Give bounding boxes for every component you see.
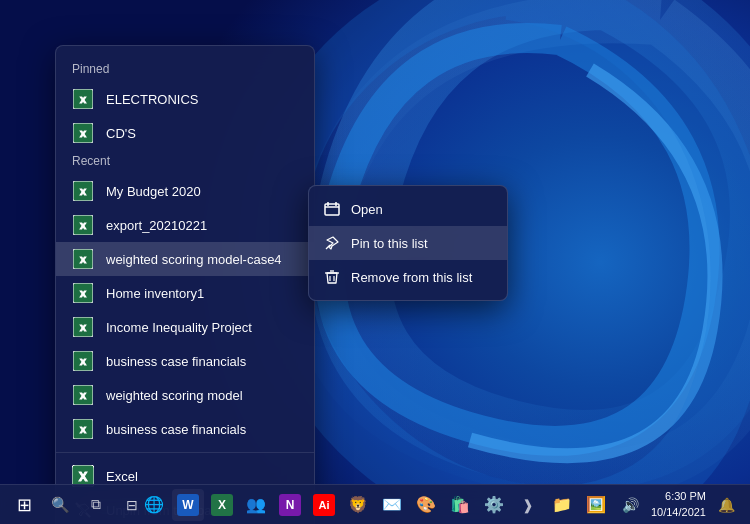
excel-file-icon: x bbox=[73, 351, 93, 371]
excel-file-icon: x bbox=[73, 123, 93, 143]
svg-text:x: x bbox=[80, 287, 87, 299]
svg-text:x: x bbox=[80, 423, 87, 435]
excel-icon: x bbox=[72, 384, 94, 406]
excel-icon: x bbox=[72, 122, 94, 144]
edge-taskbar-icon[interactable]: 🌐 bbox=[138, 489, 170, 521]
pin-icon bbox=[323, 234, 341, 252]
date-display: 10/14/2021 bbox=[651, 505, 706, 520]
extra-taskbar-icon-3[interactable]: 🖼️ bbox=[580, 489, 612, 521]
recent-label: Recent bbox=[56, 150, 314, 174]
svg-text:x: x bbox=[80, 219, 87, 231]
item-label: ELECTRONICS bbox=[106, 92, 198, 107]
list-item[interactable]: x weighted scoring model bbox=[56, 378, 314, 412]
volume-icon[interactable]: 🔊 bbox=[615, 489, 647, 521]
open-icon bbox=[323, 200, 341, 218]
item-label: Excel bbox=[106, 469, 138, 484]
svg-text:x: x bbox=[80, 355, 87, 367]
context-menu: Open Pin to this list Remove from this l… bbox=[308, 185, 508, 301]
extra-taskbar-icon-2[interactable]: 📁 bbox=[546, 489, 578, 521]
brave-taskbar-icon[interactable]: 🦁 bbox=[342, 489, 374, 521]
excel-icon: x bbox=[72, 418, 94, 440]
settings-taskbar-icon[interactable]: ⚙️ bbox=[478, 489, 510, 521]
trash-icon bbox=[323, 268, 341, 286]
list-item[interactable]: x ELECTRONICS bbox=[56, 82, 314, 116]
excel-file-icon: x bbox=[73, 317, 93, 337]
context-label: Remove from this list bbox=[351, 270, 472, 285]
item-label: business case financials bbox=[106, 354, 246, 369]
svg-text:x: x bbox=[80, 389, 87, 401]
excel-icon: x bbox=[72, 282, 94, 304]
app-list-panel: Pinned x ELECTRONICS x CD'S Recent x My … bbox=[55, 45, 315, 524]
list-item[interactable]: x Home inventory1 bbox=[56, 276, 314, 310]
svg-text:X: X bbox=[79, 469, 88, 484]
item-label: Home inventory1 bbox=[106, 286, 204, 301]
time-display: 6:30 PM bbox=[651, 489, 706, 504]
context-menu-pin[interactable]: Pin to this list bbox=[309, 226, 507, 260]
task-view-button[interactable]: ⧉ bbox=[80, 489, 112, 521]
list-item[interactable]: x CD'S bbox=[56, 116, 314, 150]
item-label: My Budget 2020 bbox=[106, 184, 201, 199]
item-label: CD'S bbox=[106, 126, 136, 141]
word-taskbar-icon[interactable]: W bbox=[172, 489, 204, 521]
item-label: Income Inequality Project bbox=[106, 320, 252, 335]
excel-file-icon: x bbox=[73, 283, 93, 303]
excel-icon: x bbox=[72, 350, 94, 372]
item-label: weighted scoring model-case4 bbox=[106, 252, 282, 267]
svg-rect-24 bbox=[325, 204, 339, 215]
taskbar-left: ⊞ 🔍 ⧉ ⊟ bbox=[8, 489, 148, 521]
svg-text:x: x bbox=[80, 93, 87, 105]
excel-file-icon: x bbox=[73, 385, 93, 405]
notification-icon[interactable]: 🔔 bbox=[710, 489, 742, 521]
mail-taskbar-icon[interactable]: ✉️ bbox=[376, 489, 408, 521]
excel-icon: x bbox=[72, 180, 94, 202]
teams-taskbar-icon[interactable]: 👥 bbox=[240, 489, 272, 521]
list-item[interactable]: x weighted scoring model-case4 bbox=[56, 242, 314, 276]
svg-text:x: x bbox=[80, 253, 87, 265]
store-taskbar-icon[interactable]: 🛍️ bbox=[444, 489, 476, 521]
excel-icon: x bbox=[72, 248, 94, 270]
context-label: Open bbox=[351, 202, 383, 217]
taskbar: ⊞ 🔍 ⧉ ⊟ 🌐 W X 👥 N Ai 🦁 bbox=[0, 484, 750, 524]
excel-file-icon: x bbox=[73, 215, 93, 235]
svg-text:x: x bbox=[80, 321, 87, 333]
onenote-taskbar-icon[interactable]: N bbox=[274, 489, 306, 521]
divider bbox=[56, 452, 314, 453]
item-label: weighted scoring model bbox=[106, 388, 243, 403]
list-item[interactable]: x My Budget 2020 bbox=[56, 174, 314, 208]
context-menu-remove[interactable]: Remove from this list bbox=[309, 260, 507, 294]
extra-taskbar-icon-1[interactable]: ❱ bbox=[512, 489, 544, 521]
list-item[interactable]: x Income Inequality Project bbox=[56, 310, 314, 344]
excel-icon: x bbox=[72, 88, 94, 110]
taskbar-center: 🌐 W X 👥 N Ai 🦁 ✉️ 🎨 🛍️ ⚙️ ❱ 📁 🖼️ bbox=[138, 489, 612, 521]
svg-text:x: x bbox=[80, 127, 87, 139]
list-item[interactable]: x export_20210221 bbox=[56, 208, 314, 242]
excel-file-icon: x bbox=[73, 249, 93, 269]
adobe-taskbar-icon[interactable]: Ai bbox=[308, 489, 340, 521]
search-taskbar-button[interactable]: 🔍 bbox=[44, 489, 76, 521]
excel-taskbar-icon[interactable]: X bbox=[206, 489, 238, 521]
excel-icon: x bbox=[72, 214, 94, 236]
excel-file-icon: x bbox=[73, 89, 93, 109]
color-picker-taskbar-icon[interactable]: 🎨 bbox=[410, 489, 442, 521]
item-label: business case financials bbox=[106, 422, 246, 437]
context-label: Pin to this list bbox=[351, 236, 428, 251]
context-menu-open[interactable]: Open bbox=[309, 192, 507, 226]
item-label: export_20210221 bbox=[106, 218, 207, 233]
list-item[interactable]: x business case financials bbox=[56, 412, 314, 446]
clock-display[interactable]: 6:30 PM 10/14/2021 bbox=[651, 489, 706, 520]
pinned-label: Pinned bbox=[56, 58, 314, 82]
excel-icon: x bbox=[72, 316, 94, 338]
excel-file-icon: x bbox=[73, 419, 93, 439]
excel-file-icon: x bbox=[73, 181, 93, 201]
list-item[interactable]: x business case financials bbox=[56, 344, 314, 378]
start-button[interactable]: ⊞ bbox=[8, 489, 40, 521]
svg-text:x: x bbox=[80, 185, 87, 197]
